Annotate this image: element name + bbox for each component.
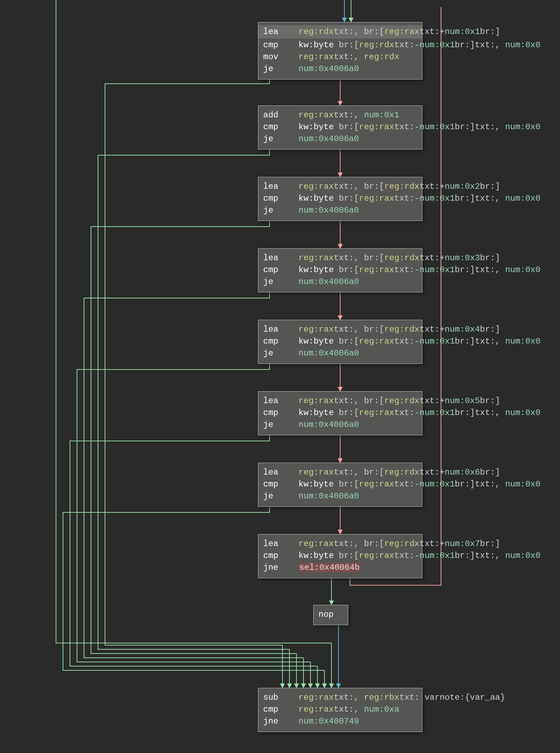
immediate: num:0x4006a0	[299, 277, 359, 286]
operand-text: br:[	[364, 396, 384, 406]
instruction[interactable]: cmp kw:byte br:[reg:raxtxt:-num:0x1br:]t…	[263, 264, 417, 276]
immediate: num:0x4006a0	[299, 134, 359, 144]
instruction[interactable]: cmp kw:byte br:[reg:raxtxt:-num:0x1br:]t…	[263, 407, 417, 419]
operand-text: txt:,	[475, 337, 505, 346]
annotation: varnote:{var_aa}	[425, 693, 505, 702]
mnemonic: cmp	[263, 705, 278, 714]
immediate: num:0x2	[445, 182, 480, 191]
instruction[interactable]: lea reg:raxtxt:, br:[reg:rdxtxt:+num:0x7…	[263, 538, 417, 550]
instruction[interactable]: je num:0x4006a0	[263, 276, 417, 288]
instruction[interactable]: cmp kw:byte br:[reg:raxtxt:-num:0x1br:]t…	[263, 121, 417, 133]
mnemonic: cmp	[263, 122, 278, 132]
immediate: num:0x3	[445, 253, 480, 263]
immediate: num:0x6	[445, 468, 480, 477]
operand-text: txt:-	[394, 479, 419, 489]
instruction[interactable]: cmp kw:byte br:[reg:raxtxt:-num:0x1br:]t…	[263, 336, 417, 347]
immediate: num:0x1	[445, 27, 480, 36]
instruction[interactable]: je num:0x4006a0	[263, 490, 417, 502]
instruction[interactable]: cmp kw:byte br:[reg:raxtxt:-num:0x1br:]t…	[263, 550, 417, 562]
mnemonic: je	[263, 348, 273, 358]
instruction[interactable]: mov reg:raxtxt:, reg:rdx	[263, 51, 417, 63]
operand-text: br:]	[480, 182, 500, 191]
instruction[interactable]: je num:0x4006a0	[263, 63, 417, 75]
instruction[interactable]: je num:0x4006a0	[263, 347, 417, 359]
operand-text: txt:,	[334, 396, 364, 406]
mnemonic: cmp	[263, 551, 278, 560]
basic-block-4[interactable]: lea reg:raxtxt:, br:[reg:rdxtxt:+num:0x4…	[258, 320, 422, 364]
operand-text: txt:,	[334, 325, 364, 334]
instruction[interactable]: lea reg:raxtxt:, br:[reg:rdxtxt:+num:0x3…	[263, 252, 417, 264]
register: reg:rax	[299, 705, 334, 714]
operand-text: txt:+	[420, 325, 445, 334]
basic-block-1[interactable]: add reg:raxtxt:, num:0x1cmp kw:byte br:[…	[258, 105, 422, 150]
immediate: num:0x4006a0	[299, 348, 359, 358]
mnemonic: je	[263, 491, 273, 501]
basic-block-3[interactable]: lea reg:raxtxt:, br:[reg:rdxtxt:+num:0x3…	[258, 248, 422, 292]
operand-text: txt:,	[334, 110, 364, 120]
operand-text: br:]	[455, 265, 475, 275]
operand-text: txt:,	[334, 182, 364, 191]
mnemonic: cmp	[263, 265, 278, 275]
instruction[interactable]: add reg:raxtxt:, num:0x1	[263, 109, 417, 121]
operand-text: br:]	[455, 408, 475, 417]
immediate: num:0x7	[445, 539, 480, 548]
operand-text: txt:,	[334, 468, 364, 477]
operand-text: br:[	[364, 253, 384, 263]
operand-text: txt:,	[475, 194, 505, 203]
operand-text: txt:	[399, 693, 425, 702]
instruction[interactable]: lea reg:raxtxt:, br:[reg:rdxtxt:+num:0x5…	[263, 395, 417, 407]
instruction[interactable]: je num:0x4006a0	[263, 133, 417, 145]
basic-block-0[interactable]: lea reg:rdxtxt:, br:[reg:raxtxt:+num:0x1…	[258, 22, 422, 80]
operand-text: txt:-	[394, 40, 419, 50]
instruction[interactable]: je num:0x4006a0	[263, 205, 417, 216]
instruction[interactable]: nop	[318, 609, 343, 621]
instruction[interactable]: cmp kw:byte br:[reg:rdxtxt:-num:0x1br:]t…	[263, 39, 417, 51]
instruction[interactable]: lea reg:raxtxt:, br:[reg:rdxtxt:+num:0x2…	[263, 181, 417, 193]
instruction[interactable]: cmp kw:byte br:[reg:raxtxt:-num:0x1br:]t…	[263, 478, 417, 490]
immediate: num:0x4006a0	[299, 64, 359, 74]
mnemonic: cmp	[263, 408, 278, 417]
mnemonic: cmp	[263, 194, 278, 203]
instruction[interactable]: cmp reg:raxtxt:, num:0xa	[263, 704, 417, 716]
operand-text: txt:+	[420, 396, 445, 406]
register: reg:rax	[299, 52, 334, 62]
mnemonic: lea	[263, 396, 278, 406]
register: reg:rax	[359, 194, 394, 203]
basic-block-6[interactable]: lea reg:raxtxt:, br:[reg:rdxtxt:+num:0x6…	[258, 463, 422, 507]
operand-text: txt:-	[394, 194, 419, 203]
immediate: num:0x5	[445, 396, 480, 406]
register: reg:rax	[359, 551, 394, 560]
basic-block-7[interactable]: lea reg:raxtxt:, br:[reg:rdxtxt:+num:0x7…	[258, 534, 422, 578]
basic-block-8[interactable]: nop	[313, 605, 348, 625]
basic-block-5[interactable]: lea reg:raxtxt:, br:[reg:rdxtxt:+num:0x5…	[258, 391, 422, 435]
operand-text: br:[	[364, 27, 384, 36]
immediate: num:0x1	[420, 551, 455, 560]
operand-text: kw:byte	[299, 551, 339, 560]
instruction[interactable]: jne sel:0x40064b	[263, 562, 417, 574]
mnemonic: lea	[263, 325, 278, 334]
operand-text: txt:+	[420, 468, 445, 477]
instruction[interactable]: lea reg:rdxtxt:, br:[reg:raxtxt:+num:0x1…	[258, 25, 422, 39]
operand-text: kw:byte	[299, 408, 339, 417]
operand-text: br:[	[339, 40, 359, 50]
basic-block-2[interactable]: lea reg:raxtxt:, br:[reg:rdxtxt:+num:0x2…	[258, 177, 422, 221]
instruction[interactable]: cmp kw:byte br:[reg:raxtxt:-num:0x1br:]t…	[263, 193, 417, 205]
operand-text: txt:-	[394, 122, 419, 132]
operand-text: br:[	[364, 539, 384, 548]
cfg-viewport[interactable]: { "colors": { "edge_green": "#99e2aa", "…	[0, 0, 560, 753]
mnemonic: je	[263, 420, 273, 429]
immediate: num:0x0	[505, 408, 540, 417]
instruction[interactable]: lea reg:raxtxt:, br:[reg:rdxtxt:+num:0x4…	[263, 324, 417, 336]
instruction[interactable]: sub reg:raxtxt:, reg:rbxtxt: varnote:{va…	[263, 692, 417, 704]
instruction[interactable]: je num:0x4006a0	[263, 419, 417, 431]
mnemonic: jne	[263, 563, 278, 572]
operand-text: txt:,	[475, 551, 505, 560]
operand-text: txt:,	[334, 705, 364, 714]
instruction[interactable]: jne num:0x400749	[263, 716, 417, 727]
mnemonic: lea	[263, 539, 278, 548]
immediate: sel:0x40064b	[299, 563, 360, 572]
immediate: num:0x1	[420, 194, 455, 203]
operand-text: txt:+	[420, 27, 445, 36]
instruction[interactable]: lea reg:raxtxt:, br:[reg:rdxtxt:+num:0x6…	[263, 467, 417, 478]
basic-block-9[interactable]: sub reg:raxtxt:, reg:rbxtxt: varnote:{va…	[258, 688, 422, 732]
